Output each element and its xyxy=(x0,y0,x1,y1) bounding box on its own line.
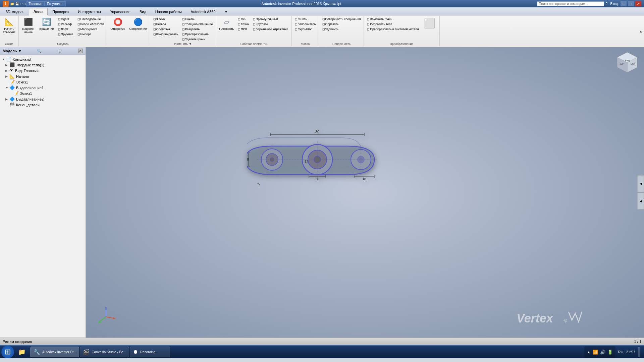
taskbar-btn-recording[interactable]: ⏺ Recording . xyxy=(130,347,170,357)
tab-nachalo[interactable]: Начало работы xyxy=(151,8,186,15)
btn-rezba[interactable]: ◻Резьба xyxy=(152,22,180,26)
tree-item-eskiz1[interactable]: 📝 Эскиз1 xyxy=(1,79,84,85)
tree-item-kryshka[interactable]: ▼ 📄 Крышка.ipt xyxy=(1,56,84,62)
btn-naklon[interactable]: ◻Наклон xyxy=(180,17,215,21)
sidebar-close-icon[interactable]: ✕ xyxy=(78,49,83,53)
pruzhina-icon: ◻ xyxy=(58,33,60,36)
tray-battery[interactable]: 🔋 xyxy=(607,350,613,355)
recording-icon: ⏺ xyxy=(133,349,138,355)
btn-udalit-gran[interactable]: ◻Удалить грань xyxy=(180,37,215,42)
btn-sdvig[interactable]: ◻Сдвиг xyxy=(56,17,75,21)
btn-skulptor[interactable]: ◻Скульптор xyxy=(293,27,318,32)
viewport[interactable]: ВИД БОК ПЕР xyxy=(86,47,644,338)
close-button[interactable]: ✕ xyxy=(635,1,641,6)
login-button[interactable]: Вход xyxy=(610,2,618,6)
sidebar-expand-icon[interactable]: ⊞ xyxy=(58,49,61,53)
relef-icon: ◻ xyxy=(58,22,60,26)
start-button[interactable]: ⊞ xyxy=(1,346,14,358)
btn-os[interactable]: ◻Ось xyxy=(236,17,250,21)
viewcube-label-side: БОК xyxy=(631,63,636,65)
tree-item-konec[interactable]: 🏁 Конец детали xyxy=(1,102,84,108)
btn-pruzhina[interactable]: ◻Пружина xyxy=(56,32,75,37)
minimize-button[interactable]: — xyxy=(621,1,627,6)
start-icon: ⊞ xyxy=(5,348,11,356)
titlebar: I 📁 💾 ↩ ↪ Типовые По умолч.: Autodesk In… xyxy=(0,0,644,7)
tree-item-vydav1[interactable]: ▼ 🔷 Выдавливание1 xyxy=(1,85,84,90)
tree-item-eskiz1b[interactable]: 📝 Эскиз1 xyxy=(1,90,84,96)
maximize-button[interactable]: □ xyxy=(628,1,634,6)
tray-arrow[interactable]: ▲ xyxy=(587,350,591,354)
search-input[interactable] xyxy=(537,1,604,6)
inventor-icon: 🔧 xyxy=(34,349,40,355)
btn-tolschina[interactable]: ◻Толщина/смещение xyxy=(180,22,215,26)
btn-obolochka[interactable]: ◻Оболочка xyxy=(152,27,180,32)
btn-ploskost[interactable]: ▱ Плоскость xyxy=(217,17,235,32)
tree-item-tela[interactable]: ▶ ⬛ Твёрдые тела(1) xyxy=(1,62,84,68)
taskbar-btn-camtasia[interactable]: 🎬 Camtasia Studio - Be... xyxy=(80,347,129,357)
btn-krugovoy[interactable]: ◻Круговой xyxy=(251,22,290,26)
btn-obrezat[interactable]: ◻Обрезать xyxy=(321,22,363,26)
tab-upravlenie[interactable]: Управление xyxy=(106,8,135,15)
btn-kombinirovat[interactable]: ◻Комбинировать xyxy=(152,32,180,37)
btn-preobrazovanie[interactable]: ◻Преобразование xyxy=(180,32,215,37)
tree-item-vydav2[interactable]: ▶ 🔷 Выдавливание2 xyxy=(1,96,84,102)
btn-loft[interactable]: ◻Лофт xyxy=(56,27,75,32)
ribbon-expand-btn[interactable]: ▲ xyxy=(638,28,644,35)
btn-zapolnitel[interactable]: ◻Заполнитель xyxy=(293,22,318,26)
taskbar-btn-inventor[interactable]: 🔧 Autodesk Inventor Pr... xyxy=(31,347,79,357)
btn-psk[interactable]: ◻ПСК xyxy=(236,27,250,32)
sidebar-filter-icon[interactable]: 🔍 xyxy=(37,49,42,53)
btn-zamenit-gran[interactable]: ◻Заменить грань xyxy=(365,17,420,21)
btn-relef[interactable]: ◻Рельеф xyxy=(56,22,75,26)
dropdown-typical[interactable]: Типовые xyxy=(26,1,44,6)
btn-poverhnost-soedineniya[interactable]: ◻Поверхность соединения xyxy=(321,17,363,21)
btn-ispravit-tela[interactable]: ◻Исправить тела xyxy=(365,22,420,26)
btn-markirovka[interactable]: ◻Маркировка xyxy=(76,27,106,32)
btn-udlinit[interactable]: ◻Удлинить xyxy=(321,27,363,32)
btn-pryamougolny[interactable]: ◻Прямоугольный xyxy=(251,17,290,21)
viewcube[interactable]: ВИД БОК ПЕР xyxy=(614,51,641,78)
btn-import[interactable]: ◻Импорт xyxy=(76,32,106,37)
os-icon: ◻ xyxy=(238,17,240,21)
taskbar-files-icon[interactable]: 📁 xyxy=(16,348,28,356)
btn-zerkal[interactable]: ◻Зеркальное отражение xyxy=(251,27,290,32)
tab-a360[interactable]: Autodesk A360 xyxy=(186,8,220,15)
language-indicator[interactable]: RU xyxy=(618,350,624,354)
dropdown-default[interactable]: По умолч.: xyxy=(45,1,66,6)
kombinirovat-icon: ◻ xyxy=(153,33,156,36)
ribbon-col-create-small: ◻Сдвиг ◻Рельеф ◻Лофт ◻Пружина xyxy=(56,17,75,37)
btn-listovoy[interactable]: ◻Преобразовать в листовой металл xyxy=(365,27,420,32)
help-icon[interactable]: ? xyxy=(605,2,607,6)
tray-sound[interactable]: 🔊 xyxy=(600,350,605,355)
btn-faska[interactable]: ◻Фаска xyxy=(152,17,180,21)
btn-razdelit[interactable]: ◻Разделить xyxy=(180,27,215,32)
btn-otverstie[interactable]: ⭕ Отверстие xyxy=(109,17,127,32)
right-sidebar-buttons: ◀ ◀ xyxy=(637,175,644,209)
tree-icon-nachalo: 📐 xyxy=(9,74,15,79)
tochka-icon: ◻ xyxy=(238,22,240,26)
btn-vydavlivanie[interactable]: ⬛ Выдавли-вание xyxy=(20,17,37,35)
show-desktop[interactable] xyxy=(638,347,640,357)
tab-extra[interactable]: ▼ xyxy=(220,9,232,15)
btn-vraschenie[interactable]: 🔄 Вращение xyxy=(38,17,55,32)
svg-marker-30 xyxy=(113,317,115,319)
tab-eskiz[interactable]: Эскиз xyxy=(29,8,47,15)
tree-item-nachalo[interactable]: ▶ 📐 Начало xyxy=(1,73,84,79)
clock[interactable]: 21:57 xyxy=(626,350,635,354)
btn-start-2d-eskiz[interactable]: 📐 Начать2D-эскиз xyxy=(1,17,17,35)
tab-proverka[interactable]: Проверка xyxy=(48,8,73,15)
rs-btn-1[interactable]: ◀ xyxy=(637,175,644,192)
btn-sopryazhenie[interactable]: 🔵 Сопряжение xyxy=(128,17,149,32)
tab-vid[interactable]: Вид xyxy=(135,8,151,15)
btn-sshit[interactable]: ◻Сшить xyxy=(293,17,318,21)
btn-nasledovanie[interactable]: ◻Наследование xyxy=(76,17,106,21)
tree-item-vid[interactable]: ▶ 👁 Вид: Главный xyxy=(1,68,84,73)
group-label-eskiz: Эскиз xyxy=(1,42,17,46)
tab-3dmodel[interactable]: 3D-модель xyxy=(1,8,29,15)
btn-tochka[interactable]: ◻Точка xyxy=(236,22,250,26)
btn-rebro[interactable]: ◻Ребро жёсткости xyxy=(76,22,106,26)
rs-btn-2[interactable]: ◀ xyxy=(637,193,644,209)
tab-instrumenty[interactable]: Инструменты xyxy=(73,8,105,15)
btn-preobrazovat-big[interactable]: ⬜ xyxy=(421,17,438,31)
tray-network[interactable]: 📶 xyxy=(593,350,598,355)
